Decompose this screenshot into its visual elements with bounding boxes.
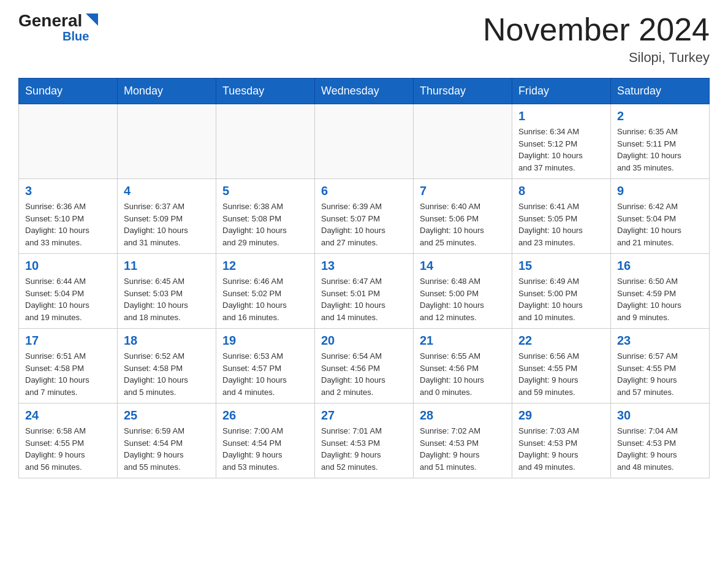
week-row-4: 17Sunrise: 6:51 AMSunset: 4:58 PMDayligh… <box>19 329 710 404</box>
calendar-cell: 27Sunrise: 7:01 AMSunset: 4:53 PMDayligh… <box>315 404 414 478</box>
weekday-header-tuesday: Tuesday <box>216 79 315 104</box>
calendar-cell: 12Sunrise: 6:46 AMSunset: 5:02 PMDayligh… <box>216 254 315 329</box>
weekday-header-wednesday: Wednesday <box>315 79 414 104</box>
calendar-cell: 25Sunrise: 6:59 AMSunset: 4:54 PMDayligh… <box>118 404 216 478</box>
calendar-cell: 9Sunrise: 6:42 AMSunset: 5:04 PMDaylight… <box>611 179 710 254</box>
day-info: Sunrise: 6:35 AMSunset: 5:11 PMDaylight:… <box>617 126 703 174</box>
day-number: 9 <box>617 184 703 198</box>
day-number: 4 <box>124 184 210 198</box>
day-number: 26 <box>222 408 308 423</box>
week-row-2: 3Sunrise: 6:36 AMSunset: 5:10 PMDaylight… <box>19 179 710 254</box>
calendar-cell: 11Sunrise: 6:45 AMSunset: 5:03 PMDayligh… <box>118 254 216 329</box>
day-number: 1 <box>518 109 604 123</box>
day-number: 29 <box>518 408 604 423</box>
day-number: 21 <box>420 334 506 348</box>
day-info: Sunrise: 6:49 AMSunset: 5:00 PMDaylight:… <box>518 275 604 323</box>
day-info: Sunrise: 6:46 AMSunset: 5:02 PMDaylight:… <box>222 275 308 323</box>
weekday-header-sunday: Sunday <box>19 79 118 104</box>
calendar-cell <box>118 104 216 179</box>
day-info: Sunrise: 7:03 AMSunset: 4:53 PMDaylight:… <box>518 425 604 473</box>
day-number: 12 <box>222 259 308 273</box>
calendar-cell: 13Sunrise: 6:47 AMSunset: 5:01 PMDayligh… <box>315 254 414 329</box>
day-number: 10 <box>25 259 111 273</box>
day-number: 24 <box>25 408 111 423</box>
day-info: Sunrise: 6:47 AMSunset: 5:01 PMDaylight:… <box>321 275 407 323</box>
calendar-cell: 18Sunrise: 6:52 AMSunset: 4:58 PMDayligh… <box>118 329 216 404</box>
calendar-cell <box>19 104 118 179</box>
logo-general: General <box>18 12 82 29</box>
calendar-cell: 23Sunrise: 6:57 AMSunset: 4:55 PMDayligh… <box>611 329 710 404</box>
weekday-header-friday: Friday <box>512 79 611 104</box>
calendar-cell: 2Sunrise: 6:35 AMSunset: 5:11 PMDaylight… <box>611 104 710 179</box>
calendar-cell <box>216 104 315 179</box>
day-number: 30 <box>617 408 703 423</box>
day-info: Sunrise: 6:38 AMSunset: 5:08 PMDaylight:… <box>222 201 308 248</box>
calendar-cell: 17Sunrise: 6:51 AMSunset: 4:58 PMDayligh… <box>19 329 118 404</box>
day-info: Sunrise: 6:53 AMSunset: 4:57 PMDaylight:… <box>222 350 308 398</box>
day-number: 14 <box>420 259 506 273</box>
week-row-3: 10Sunrise: 6:44 AMSunset: 5:04 PMDayligh… <box>19 254 710 329</box>
calendar-cell: 26Sunrise: 7:00 AMSunset: 4:54 PMDayligh… <box>216 404 315 478</box>
day-info: Sunrise: 6:51 AMSunset: 4:58 PMDaylight:… <box>25 350 111 398</box>
location: Silopi, Turkey <box>483 50 710 66</box>
day-info: Sunrise: 6:44 AMSunset: 5:04 PMDaylight:… <box>25 275 111 323</box>
day-number: 3 <box>25 184 111 198</box>
day-info: Sunrise: 6:42 AMSunset: 5:04 PMDaylight:… <box>617 201 703 248</box>
day-info: Sunrise: 6:52 AMSunset: 4:58 PMDaylight:… <box>124 350 210 398</box>
calendar-table: SundayMondayTuesdayWednesdayThursdayFrid… <box>18 78 710 478</box>
weekday-header-row: SundayMondayTuesdayWednesdayThursdayFrid… <box>19 79 710 104</box>
calendar-cell: 7Sunrise: 6:40 AMSunset: 5:06 PMDaylight… <box>414 179 512 254</box>
calendar-cell: 30Sunrise: 7:04 AMSunset: 4:53 PMDayligh… <box>611 404 710 478</box>
title-area: November 2024 Silopi, Turkey <box>483 12 710 66</box>
day-info: Sunrise: 6:37 AMSunset: 5:09 PMDaylight:… <box>124 201 210 248</box>
day-info: Sunrise: 6:40 AMSunset: 5:06 PMDaylight:… <box>420 201 506 248</box>
day-number: 13 <box>321 259 407 273</box>
day-info: Sunrise: 6:57 AMSunset: 4:55 PMDaylight:… <box>617 350 703 398</box>
day-number: 23 <box>617 334 703 348</box>
calendar-cell: 19Sunrise: 6:53 AMSunset: 4:57 PMDayligh… <box>216 329 315 404</box>
day-info: Sunrise: 7:01 AMSunset: 4:53 PMDaylight:… <box>321 425 407 473</box>
calendar-cell: 21Sunrise: 6:55 AMSunset: 4:56 PMDayligh… <box>414 329 512 404</box>
page-header: General Blue November 2024 Silopi, Turke… <box>18 12 710 66</box>
day-info: Sunrise: 6:39 AMSunset: 5:07 PMDaylight:… <box>321 201 407 248</box>
day-number: 16 <box>617 259 703 273</box>
calendar-cell: 24Sunrise: 6:58 AMSunset: 4:55 PMDayligh… <box>19 404 118 478</box>
day-number: 28 <box>420 408 506 423</box>
calendar-cell: 1Sunrise: 6:34 AMSunset: 5:12 PMDaylight… <box>512 104 611 179</box>
day-info: Sunrise: 6:34 AMSunset: 5:12 PMDaylight:… <box>518 126 604 174</box>
day-info: Sunrise: 6:36 AMSunset: 5:10 PMDaylight:… <box>25 201 111 248</box>
calendar-cell: 4Sunrise: 6:37 AMSunset: 5:09 PMDaylight… <box>118 179 216 254</box>
logo-blue-text: Blue <box>63 29 89 44</box>
weekday-header-monday: Monday <box>118 79 216 104</box>
calendar-cell: 29Sunrise: 7:03 AMSunset: 4:53 PMDayligh… <box>512 404 611 478</box>
day-number: 27 <box>321 408 407 423</box>
day-info: Sunrise: 6:59 AMSunset: 4:54 PMDaylight:… <box>124 425 210 473</box>
logo-triangle-icon <box>83 11 100 28</box>
day-number: 2 <box>617 109 703 123</box>
day-number: 6 <box>321 184 407 198</box>
day-info: Sunrise: 7:02 AMSunset: 4:53 PMDaylight:… <box>420 425 506 473</box>
day-info: Sunrise: 7:04 AMSunset: 4:53 PMDaylight:… <box>617 425 703 473</box>
svg-marker-0 <box>86 13 98 26</box>
day-info: Sunrise: 7:00 AMSunset: 4:54 PMDaylight:… <box>222 425 308 473</box>
day-info: Sunrise: 6:55 AMSunset: 4:56 PMDaylight:… <box>420 350 506 398</box>
calendar-cell: 14Sunrise: 6:48 AMSunset: 5:00 PMDayligh… <box>414 254 512 329</box>
day-number: 5 <box>222 184 308 198</box>
day-number: 8 <box>518 184 604 198</box>
calendar-cell <box>414 104 512 179</box>
calendar-cell: 8Sunrise: 6:41 AMSunset: 5:05 PMDaylight… <box>512 179 611 254</box>
calendar-cell: 16Sunrise: 6:50 AMSunset: 4:59 PMDayligh… <box>611 254 710 329</box>
calendar-cell: 15Sunrise: 6:49 AMSunset: 5:00 PMDayligh… <box>512 254 611 329</box>
calendar-cell: 3Sunrise: 6:36 AMSunset: 5:10 PMDaylight… <box>19 179 118 254</box>
logo: General Blue <box>18 12 100 44</box>
day-info: Sunrise: 6:41 AMSunset: 5:05 PMDaylight:… <box>518 201 604 248</box>
day-number: 11 <box>124 259 210 273</box>
day-number: 22 <box>518 334 604 348</box>
calendar-cell: 6Sunrise: 6:39 AMSunset: 5:07 PMDaylight… <box>315 179 414 254</box>
day-number: 25 <box>124 408 210 423</box>
day-number: 20 <box>321 334 407 348</box>
day-info: Sunrise: 6:48 AMSunset: 5:00 PMDaylight:… <box>420 275 506 323</box>
calendar-cell: 28Sunrise: 7:02 AMSunset: 4:53 PMDayligh… <box>414 404 512 478</box>
day-info: Sunrise: 6:54 AMSunset: 4:56 PMDaylight:… <box>321 350 407 398</box>
day-number: 17 <box>25 334 111 348</box>
